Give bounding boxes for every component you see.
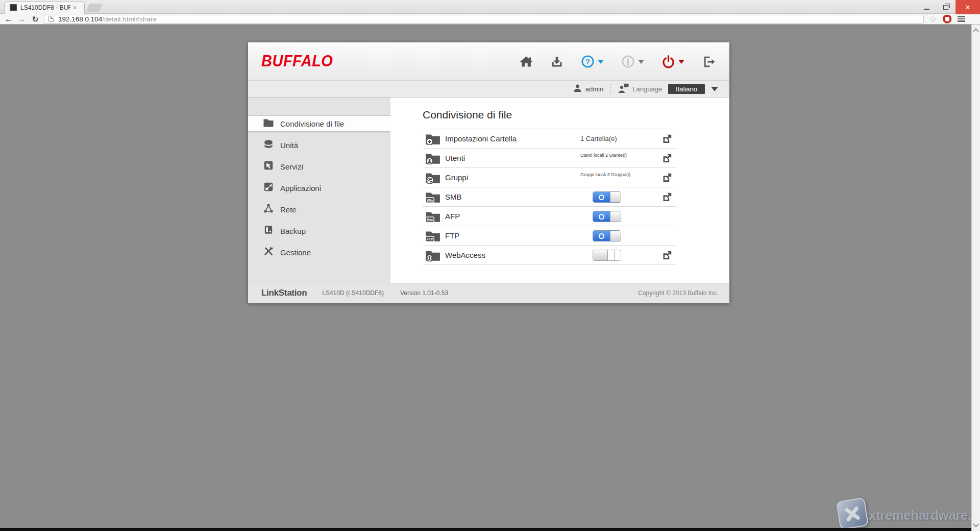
toggle-switch-on[interactable] (593, 191, 621, 203)
sidebar-item-label: Gestione (280, 248, 311, 257)
address-bar[interactable]: 192.168.0.104/detail.html#share (44, 15, 924, 23)
toggle-on-side (593, 231, 610, 241)
open-external-icon[interactable] (662, 192, 672, 204)
folder-win-icon: Win (425, 191, 440, 205)
setting-label: AFP (445, 212, 460, 221)
copyright: Copyright © 2013 Buffalo Inc. (638, 289, 718, 297)
bookmark-star-icon[interactable]: ☆ (929, 14, 937, 25)
open-external-icon[interactable] (662, 153, 672, 165)
tab-favicon-icon (10, 4, 17, 11)
sidebar-item-condivisione-di-file[interactable]: Condivisione di file (248, 115, 390, 132)
network-icon (263, 203, 274, 215)
sidebar: Condivisione di fileUnitàServiziApplicaz… (248, 98, 390, 283)
setting-label: Gruppi (445, 173, 468, 182)
browser-tab[interactable]: LS410DDF8 - BUFFALO Lin ✕ (4, 1, 85, 14)
url-text: 192.168.0.104/detail.html#share (58, 15, 157, 23)
sidebar-item-rete[interactable]: Rete (248, 201, 390, 218)
scroll-up-icon[interactable] (973, 28, 978, 34)
folder-globe-icon (425, 249, 440, 263)
help-caret-icon (598, 60, 604, 64)
apps-icon (263, 182, 274, 194)
firmware-version: Version 1.01-0.53 (400, 289, 448, 297)
language-caret-icon[interactable] (711, 87, 718, 91)
info-caret-icon (638, 60, 644, 64)
window-minimize-button[interactable] (917, 0, 936, 14)
buffalo-panel: BUFFALO ? admin Language Italiano (248, 42, 729, 303)
power-caret-icon (678, 60, 684, 64)
watermark-text: xtremehardware.com (869, 508, 980, 523)
setting-row-ftp: FTPFTP (423, 226, 676, 246)
user-icon (573, 84, 582, 94)
sidebar-item-label: Applicazioni (280, 184, 321, 192)
sidebar-item-label: Unità (280, 141, 298, 150)
toggle-on-side (593, 192, 610, 202)
divider (610, 84, 611, 94)
tab-close-icon[interactable]: ✕ (72, 5, 77, 11)
adblock-extension-icon[interactable] (943, 15, 951, 23)
new-tab-button[interactable] (86, 4, 103, 12)
page-icon (48, 16, 54, 22)
folder-plus-icon (425, 133, 440, 147)
main-content: Condivisione di file Impostazioni Cartel… (390, 98, 729, 283)
scroll-down-icon[interactable] (973, 521, 978, 527)
sidebar-item-servizi[interactable]: Servizi (248, 158, 390, 175)
folder-mac-icon: Mac (425, 210, 440, 225)
language-selector[interactable]: Language Italiano (618, 83, 718, 95)
setting-row-webaccess: WebAccess (423, 246, 676, 265)
page-title: Condivisione di file (423, 109, 729, 121)
svg-text:Mac: Mac (427, 218, 433, 222)
page-scrollbar[interactable] (971, 25, 980, 531)
drive-icon (263, 139, 274, 151)
window-restore-button[interactable] (936, 0, 955, 14)
download-button[interactable] (550, 55, 564, 68)
close-icon: ✕ (965, 4, 971, 11)
panel-body: Condivisione di fileUnitàServiziApplicaz… (248, 98, 729, 283)
device-model: LS410D (LS410DDF8) (322, 289, 384, 297)
url-host: 192.168.0.104 (58, 15, 102, 23)
sidebar-item-applicazioni[interactable]: Applicazioni (248, 180, 390, 196)
setting-row-utenti: UtentiUtenti locali 2 Utente(i) (423, 149, 676, 168)
sidebar-item-gestione[interactable]: Gestione (248, 244, 390, 260)
tools-icon (263, 246, 274, 258)
help-button[interactable]: ? (581, 55, 604, 68)
svg-text:?: ? (585, 58, 590, 66)
logged-in-user: admin (573, 84, 603, 94)
user-bar: admin Language Italiano (248, 81, 729, 98)
toggle-switch-on[interactable] (593, 211, 621, 222)
forward-button[interactable]: → (15, 15, 29, 23)
setting-label: Utenti (445, 154, 465, 162)
backup-icon (263, 225, 274, 237)
sidebar-item-unit-[interactable]: Unità (248, 137, 390, 153)
panel-footer: LinkStation LS410D (LS410DDF8) Version 1… (248, 283, 729, 303)
setting-label: FTP (445, 231, 459, 240)
info-button[interactable] (621, 55, 644, 68)
back-button[interactable]: ← (2, 15, 15, 23)
open-external-icon[interactable] (662, 134, 672, 146)
language-value[interactable]: Italiano (668, 84, 705, 94)
setting-row-afp: MacAFP (423, 207, 676, 226)
language-icon (618, 83, 629, 95)
toggle-switch-off[interactable] (593, 250, 621, 261)
setting-label: SMB (445, 192, 462, 201)
browser-toolbar: ← → ↻ 192.168.0.104/detail.html#share ☆ (0, 14, 980, 25)
refresh-button[interactable]: ↻ (29, 15, 42, 23)
power-button[interactable] (662, 55, 684, 68)
logout-button[interactable] (702, 55, 715, 68)
sidebar-item-label: Rete (280, 205, 297, 214)
restore-icon (943, 5, 948, 10)
open-external-icon[interactable] (662, 173, 672, 185)
browser-menu-icon[interactable] (958, 16, 965, 22)
sidebar-item-label: Servizi (280, 162, 303, 171)
window-close-button[interactable]: ✕ (955, 0, 980, 14)
window-controls: ✕ (917, 0, 980, 14)
watermark: xtremehardware.com (836, 496, 979, 531)
sidebar-item-backup[interactable]: Backup (248, 223, 390, 239)
setting-row-impostazioni-cartella: Impostazioni Cartella1 Cartella(e) (423, 129, 676, 149)
setting-row-gruppi: GruppiGruppi locali 3 Gruppo(i) (423, 168, 676, 187)
toggle-off-side (608, 250, 621, 260)
header-icon-bar: ? (502, 42, 715, 81)
open-external-icon[interactable] (662, 250, 672, 262)
toggle-switch-on[interactable] (593, 230, 621, 242)
setting-value: Gruppi locali 3 Gruppo(i) (580, 172, 630, 177)
home-button[interactable] (520, 55, 533, 68)
